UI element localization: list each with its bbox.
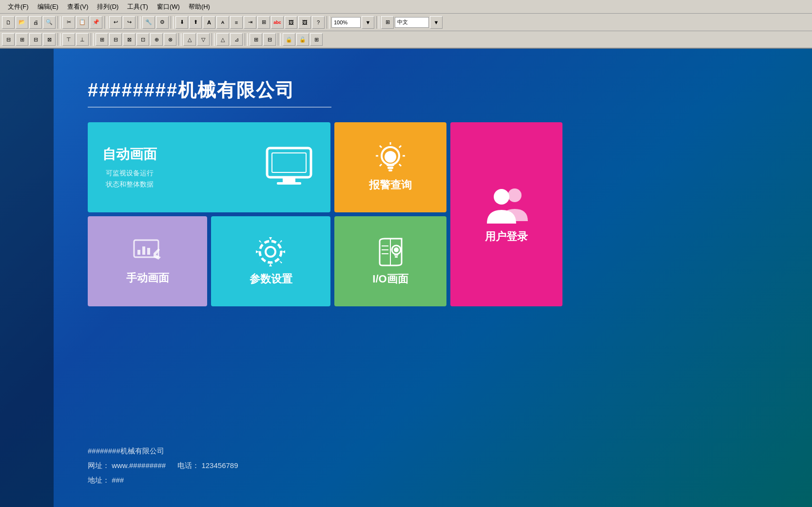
tb-paste[interactable]: 📌 <box>90 16 102 29</box>
tile-auto-title: 自动画面 <box>102 145 157 164</box>
svg-rect-19 <box>137 250 140 255</box>
sep4 <box>171 16 174 29</box>
sep6 <box>376 16 379 29</box>
sep9 <box>178 33 181 46</box>
main-area: ########机械有限公司 自动画面 可监视设备运行状态和整体数据 <box>0 49 812 507</box>
tb2-3[interactable]: ⊟ <box>29 33 42 46</box>
tile-manual-label: 手动画面 <box>126 271 169 285</box>
svg-rect-15 <box>388 169 392 171</box>
svg-line-10 <box>380 164 382 166</box>
footer-website: www.######### <box>112 461 166 469</box>
menu-help[interactable]: 帮助(H) <box>185 1 214 12</box>
tb-tools[interactable]: 🔧 <box>142 16 155 29</box>
sep8 <box>91 33 94 46</box>
tile-auto-subtitle: 可监视设备运行状态和整体数据 <box>102 168 157 189</box>
menu-edit[interactable]: 编辑(E) <box>34 1 62 12</box>
tb2-tri2[interactable]: ▽ <box>197 33 210 46</box>
svg-line-8 <box>380 146 382 148</box>
tb-redo[interactable]: ↪ <box>123 16 135 29</box>
tb2-12[interactable]: ⊗ <box>164 33 176 46</box>
tile-auto-text: 自动画面 可监视设备运行状态和整体数据 <box>102 145 157 189</box>
tb-upload[interactable]: ⬆ <box>189 16 202 29</box>
tile-manual-screen[interactable]: 手动画面 <box>88 216 207 306</box>
svg-line-11 <box>399 164 401 166</box>
svg-line-9 <box>399 146 401 148</box>
tb2-15[interactable]: ⊞ <box>250 33 262 46</box>
tiles-grid: 自动画面 可监视设备运行状态和整体数据 <box>88 122 561 306</box>
tb2-18[interactable]: 🔓 <box>296 33 309 46</box>
menu-arrange[interactable]: 排列(D) <box>93 1 122 12</box>
tb-indent[interactable]: ⇥ <box>244 16 256 29</box>
tb2-9[interactable]: ⊠ <box>123 33 135 46</box>
chart-icon <box>132 238 163 267</box>
tb-cut[interactable]: ✂ <box>62 16 75 29</box>
svg-rect-21 <box>147 248 150 255</box>
zoom-dropdown[interactable]: ▼ <box>362 16 374 29</box>
tb-compile[interactable]: ⚙ <box>156 16 169 29</box>
svg-rect-2 <box>283 177 295 182</box>
footer-phone-label: 电话： <box>177 461 199 469</box>
tb2-14[interactable]: ⊿ <box>230 33 243 46</box>
lang-dropdown[interactable]: ▼ <box>430 16 443 29</box>
tile-param-settings[interactable]: 参数设置 <box>211 216 330 306</box>
toolbar-2: ⊟ ⊞ ⊟ ⊠ ⊤ ⊥ ⊞ ⊟ ⊠ ⊡ ⊕ ⊗ △ ▽ △ ⊿ ⊞ ⊟ 🔒 🔓 … <box>0 31 812 49</box>
tb-download[interactable]: ⬇ <box>175 16 188 29</box>
tb2-7[interactable]: ⊞ <box>96 33 108 46</box>
footer-address: ### <box>112 476 124 484</box>
tb-help[interactable]: ? <box>312 16 325 29</box>
tb-view1[interactable]: ⊞ <box>381 16 394 29</box>
svg-point-22 <box>266 247 275 257</box>
tb-align[interactable]: ≡ <box>230 16 243 29</box>
svg-point-17 <box>494 189 509 205</box>
tile-io-screen[interactable]: I/O画面 <box>334 216 446 306</box>
tile-io-label: I/O画面 <box>372 272 408 286</box>
tb-text[interactable]: abc <box>271 16 284 29</box>
monitor-icon-container <box>262 141 316 194</box>
sep12 <box>278 33 281 46</box>
tb-font-a[interactable]: A <box>203 16 215 29</box>
menu-window[interactable]: 窗口(W) <box>153 1 184 12</box>
tile-user-label: 用户登录 <box>485 229 528 244</box>
tb-grid[interactable]: ⊞ <box>257 16 270 29</box>
tb2-1[interactable]: ⊟ <box>2 33 15 46</box>
tb2-6[interactable]: ⊥ <box>76 33 89 46</box>
tile-user-login[interactable]: 用户登录 <box>450 122 562 306</box>
svg-point-16 <box>508 188 522 202</box>
tb2-2[interactable]: ⊞ <box>16 33 28 46</box>
tb2-tri1[interactable]: △ <box>183 33 196 46</box>
lang-combo[interactable]: 中文 <box>395 17 429 28</box>
tb-print[interactable]: 🖨 <box>29 16 42 29</box>
tb2-11[interactable]: ⊕ <box>150 33 163 46</box>
tb-copy[interactable]: 📋 <box>76 16 89 29</box>
tb2-4[interactable]: ⊠ <box>43 33 56 46</box>
footer-company: ########机械有限公司 <box>88 444 238 458</box>
zoom-combo[interactable]: 100% <box>331 17 361 28</box>
tb-font-a2[interactable]: A <box>216 16 229 29</box>
left-panel <box>0 49 54 507</box>
tb2-17[interactable]: 🔒 <box>283 33 295 46</box>
menu-tools[interactable]: 工具(T) <box>123 1 152 12</box>
tb-undo[interactable]: ↩ <box>109 16 122 29</box>
tb-new[interactable]: 🗋 <box>2 16 15 29</box>
tb-open[interactable]: 📂 <box>16 16 28 29</box>
tb2-10[interactable]: ⊡ <box>136 33 149 46</box>
tb2-8[interactable]: ⊟ <box>109 33 122 46</box>
tb2-5[interactable]: ⊤ <box>62 33 75 46</box>
title-underline <box>88 107 331 108</box>
menu-file[interactable]: 文件(F) <box>4 1 33 12</box>
content-wrapper: ########机械有限公司 自动画面 可监视设备运行状态和整体数据 <box>88 78 624 306</box>
menu-view[interactable]: 查看(V) <box>63 1 92 12</box>
svg-rect-14 <box>387 167 393 169</box>
tb-print-preview[interactable]: 🔍 <box>43 16 56 29</box>
tb-img[interactable]: 🖼 <box>285 16 297 29</box>
tile-auto-screen[interactable]: 自动画面 可监视设备运行状态和整体数据 <box>88 122 330 212</box>
company-title: ########机械有限公司 <box>88 78 624 103</box>
monitor-icon <box>262 141 316 194</box>
bulb-icon <box>376 142 405 174</box>
tb2-13[interactable]: △ <box>216 33 229 46</box>
tb2-16[interactable]: ⊟ <box>263 33 276 46</box>
tile-param-label: 参数设置 <box>250 272 292 286</box>
tile-alarm[interactable]: 报警查询 <box>334 122 446 212</box>
tb2-19[interactable]: ⊞ <box>310 33 323 46</box>
tb-img2[interactable]: 🖼 <box>298 16 311 29</box>
